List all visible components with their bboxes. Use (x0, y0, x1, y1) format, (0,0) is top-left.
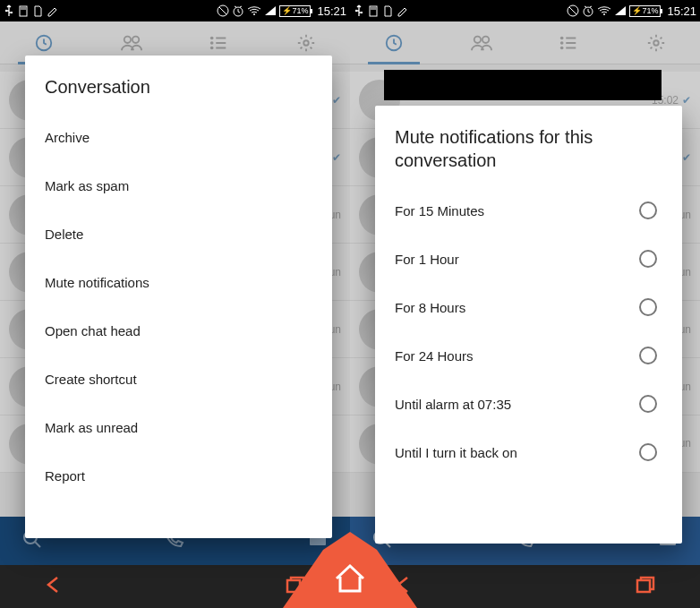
radio-icon[interactable] (639, 443, 657, 461)
mute-option[interactable]: For 1 Hour (395, 235, 662, 283)
option-label: For 24 Hours (395, 348, 474, 364)
dialog-title: Conversation (45, 75, 312, 98)
sd-icon (32, 4, 43, 17)
svg-point-0 (5, 10, 7, 12)
redacted-name (384, 70, 662, 100)
status-bar: ⚡71% 15:21 (0, 0, 350, 21)
clock-text: 15:21 (317, 4, 346, 18)
radio-icon[interactable] (639, 250, 657, 268)
menu-item[interactable]: Create shortcut (45, 355, 312, 403)
card-icon (368, 4, 379, 17)
option-label: Until I turn it back on (395, 445, 517, 460)
screen-left: ⚡71% 15:21 15:02✔04✔JunJunJunJunMark Dav… (0, 0, 350, 608)
usb-icon (4, 4, 14, 17)
svg-point-5 (253, 13, 255, 15)
system-nav-bar (350, 565, 700, 608)
edit-icon (47, 4, 57, 17)
radio-icon[interactable] (639, 298, 657, 316)
option-label: For 15 Minutes (395, 203, 484, 218)
mute-dialog: Mute notifications for this conversation… (375, 106, 682, 544)
mute-option[interactable]: For 8 Hours (395, 283, 662, 331)
menu-item[interactable]: Mute notifications (45, 258, 312, 306)
recents-icon[interactable] (636, 576, 655, 597)
sd-icon (382, 4, 393, 17)
svg-rect-18 (361, 12, 363, 13)
status-bar: ⚡71% 15:21 (350, 0, 700, 21)
alarm-icon (582, 4, 594, 17)
mute-option[interactable]: For 15 Minutes (395, 186, 662, 235)
mute-option[interactable]: Until alarm at 07:35 (395, 380, 662, 428)
menu-item[interactable]: Mark as unread (45, 403, 312, 451)
mute-option[interactable]: Until I turn it back on (395, 428, 662, 476)
wifi-icon (247, 5, 261, 16)
svg-point-22 (603, 13, 605, 15)
menu-item[interactable]: Open chat head (45, 306, 312, 355)
radio-icon[interactable] (639, 395, 657, 413)
no-disturb-icon (217, 4, 229, 17)
screen-right: ⚡71% 15:21 15:02✔04✔JunJunJunJunMark Dav… (350, 0, 700, 608)
svg-rect-1 (11, 12, 13, 13)
alarm-icon (232, 4, 244, 17)
usb-icon (354, 4, 364, 17)
battery-icon: ⚡71% (629, 5, 661, 17)
system-nav-bar (0, 565, 350, 608)
back-icon[interactable] (45, 574, 63, 599)
svg-rect-33 (637, 580, 650, 592)
option-label: For 8 Hours (395, 300, 465, 315)
recents-icon[interactable] (286, 576, 305, 597)
option-label: Until alarm at 07:35 (395, 397, 511, 412)
radio-icon[interactable] (639, 347, 657, 364)
svg-point-17 (355, 10, 357, 12)
option-label: For 1 Hour (395, 252, 459, 267)
signal-icon (264, 5, 277, 16)
mute-option[interactable]: For 24 Hours (395, 331, 662, 380)
no-disturb-icon (567, 4, 579, 17)
svg-rect-16 (287, 580, 300, 592)
menu-item[interactable]: Archive (45, 113, 312, 161)
menu-item[interactable]: Report (45, 451, 312, 500)
dialog-title: Mute notifications for this conversation (395, 125, 662, 172)
edit-icon (397, 4, 407, 17)
conversation-menu: Conversation ArchiveMark as spamDeleteMu… (25, 56, 332, 538)
battery-icon: ⚡71% (279, 5, 311, 17)
card-icon (18, 4, 29, 17)
menu-item[interactable]: Delete (45, 210, 312, 258)
signal-icon (614, 5, 627, 16)
back-icon[interactable] (395, 574, 413, 599)
menu-item[interactable]: Mark as spam (45, 161, 312, 210)
wifi-icon (597, 5, 611, 16)
clock-text: 15:21 (667, 4, 696, 18)
radio-icon[interactable] (639, 201, 657, 219)
